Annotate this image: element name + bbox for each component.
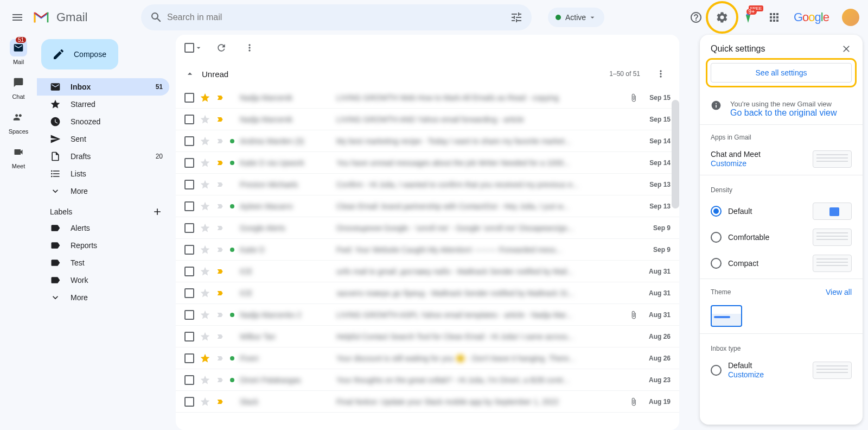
star-icon[interactable] [200, 157, 210, 168]
email-row[interactable]: Katie D via Upwork You have unread messa… [176, 152, 679, 174]
email-row[interactable]: Dineri Palakasgas Your thoughts on the g… [176, 369, 679, 391]
star-icon[interactable] [200, 114, 210, 125]
label-alerts[interactable]: Alerts [37, 219, 169, 237]
row-checkbox[interactable] [184, 223, 194, 233]
row-checkbox[interactable] [184, 353, 194, 363]
scrollbar[interactable] [672, 100, 679, 208]
radio-button[interactable] [711, 365, 722, 376]
row-checkbox[interactable] [184, 180, 194, 189]
email-row[interactable]: Wilbur Tan Helpful Contact Search Tool f… [176, 326, 679, 347]
star-icon[interactable] [200, 223, 210, 233]
important-icon[interactable] [216, 289, 225, 298]
important-icon[interactable] [216, 93, 225, 102]
row-checkbox[interactable] [184, 375, 194, 385]
settings-button[interactable] [711, 7, 733, 28]
more-button[interactable] [240, 38, 259, 58]
star-icon[interactable] [200, 179, 210, 190]
star-icon[interactable] [200, 288, 210, 299]
compose-button[interactable]: Compose [41, 39, 118, 69]
email-row[interactable]: Nadja Marcenik LIVING GROWTH AND Yahoo e… [176, 109, 679, 130]
gmail-logo-area[interactable]: Gmail [33, 10, 130, 24]
search-input[interactable] [167, 12, 506, 22]
important-icon[interactable] [216, 267, 225, 276]
row-checkbox[interactable] [184, 93, 194, 103]
email-row[interactable]: Ayleen Macarro Clean Email: brand partne… [176, 195, 679, 217]
star-icon[interactable] [200, 244, 210, 255]
row-checkbox[interactable] [184, 245, 194, 255]
row-checkbox[interactable] [184, 267, 194, 276]
label-reports[interactable]: Reports [37, 237, 169, 254]
nav-snoozed[interactable]: Snoozed [37, 113, 169, 130]
star-icon[interactable] [200, 201, 210, 212]
email-row[interactable]: ICE заснято поверх до бренд - Mailtrack … [176, 282, 679, 304]
star-icon[interactable] [200, 266, 210, 277]
label-test[interactable]: Test [37, 254, 169, 271]
search-icon[interactable] [145, 7, 167, 28]
important-icon[interactable] [216, 159, 225, 167]
star-icon[interactable] [200, 309, 210, 320]
radio-button[interactable] [711, 232, 722, 243]
star-icon[interactable] [200, 331, 210, 342]
main-menu-button[interactable] [4, 4, 30, 30]
nav-lists[interactable]: Lists [37, 165, 169, 182]
status-chip[interactable]: Active [548, 8, 604, 27]
email-row[interactable]: Nadja Marcenik LIVING GROWTH Web How to … [176, 87, 679, 109]
email-row[interactable]: Preston Michaels Confirm - Hi Julia, I w… [176, 174, 679, 195]
theme-preview-selected[interactable] [711, 305, 742, 327]
email-row[interactable]: Andrea Warden (3) My best marketing reci… [176, 130, 679, 152]
inbox-customize-link[interactable]: Customize [728, 370, 764, 379]
important-icon[interactable] [216, 245, 225, 254]
nav-inbox[interactable]: Inbox51 [37, 78, 169, 96]
important-icon[interactable] [216, 354, 225, 363]
important-icon[interactable] [216, 224, 225, 232]
rail-spaces[interactable]: Spaces [9, 109, 29, 135]
radio-button[interactable] [711, 206, 722, 217]
row-checkbox[interactable] [184, 158, 194, 168]
google-logo[interactable]: Google [794, 10, 829, 24]
apps-button[interactable] [763, 7, 785, 28]
email-row[interactable]: Slack Final Notice: Update your Slack mo… [176, 391, 679, 413]
close-button[interactable] [841, 43, 852, 54]
important-icon[interactable] [216, 137, 225, 146]
nav-sent[interactable]: Sent [37, 130, 169, 148]
density-comfortable-option[interactable]: Comfortable [700, 224, 863, 250]
addon-button[interactable]: FREE 9+ [737, 7, 759, 28]
nav-more[interactable]: More [37, 182, 169, 200]
row-checkbox[interactable] [184, 288, 194, 298]
select-all-checkbox[interactable] [184, 43, 203, 53]
email-row[interactable]: Fiverr Your discount is still waiting fo… [176, 347, 679, 369]
star-icon[interactable] [200, 136, 210, 147]
star-icon[interactable] [200, 396, 210, 407]
label-work[interactable]: Work [37, 271, 169, 289]
row-checkbox[interactable] [184, 201, 194, 211]
rail-mail[interactable]: 51 Mail [10, 39, 27, 65]
view-all-themes-link[interactable]: View all [826, 288, 852, 296]
refresh-button[interactable] [212, 38, 231, 58]
rail-chat[interactable]: Chat [10, 74, 27, 100]
label-more[interactable]: More [37, 289, 169, 306]
star-icon[interactable] [200, 375, 210, 385]
email-row[interactable]: Google Alerts Onoveщeння Google - 'unrol… [176, 217, 679, 239]
row-checkbox[interactable] [184, 136, 194, 146]
chevron-down-icon[interactable] [194, 43, 203, 52]
radio-button[interactable] [711, 258, 722, 269]
row-checkbox[interactable] [184, 115, 194, 124]
row-checkbox[interactable] [184, 397, 194, 407]
support-button[interactable] [685, 7, 707, 28]
search-options-icon[interactable] [506, 7, 527, 28]
important-icon[interactable] [216, 397, 225, 406]
email-row[interactable]: ICE unfo mail to gmail: доставку пабо - … [176, 261, 679, 282]
nav-starred[interactable]: Starred [37, 96, 169, 113]
account-avatar[interactable] [842, 9, 859, 26]
important-icon[interactable] [216, 115, 225, 124]
email-row[interactable]: Katie D Fwd: Your Website Caught My Atte… [176, 239, 679, 261]
revert-view-link[interactable]: Go back to the original view [730, 108, 837, 118]
row-checkbox[interactable] [184, 310, 194, 320]
nav-drafts[interactable]: Drafts20 [37, 148, 169, 165]
density-compact-option[interactable]: Compact [700, 250, 863, 276]
important-icon[interactable] [216, 376, 225, 384]
density-default-option[interactable]: Default [700, 198, 863, 224]
row-checkbox[interactable] [184, 332, 194, 342]
star-icon[interactable] [200, 353, 210, 364]
important-icon[interactable] [216, 202, 225, 211]
